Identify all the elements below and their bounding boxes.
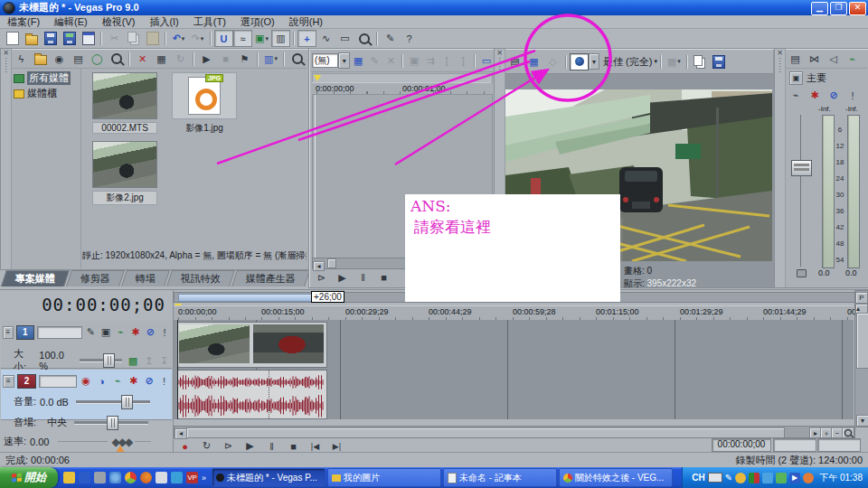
envelope-tool-icon[interactable]: ∿ bbox=[316, 30, 335, 47]
media-properties-icon[interactable]: ▦ bbox=[152, 51, 171, 68]
quick-launch-more-icon[interactable]: » bbox=[202, 474, 206, 483]
media-item-jpg1[interactable]: JPG 影像1.jpg bbox=[172, 72, 237, 135]
start-button[interactable]: 開始 bbox=[0, 467, 58, 488]
scroll-thumb[interactable] bbox=[327, 258, 336, 268]
chrome-icon[interactable] bbox=[125, 472, 137, 483]
language-indicator[interactable]: CH bbox=[692, 473, 704, 483]
zoom-tool-icon[interactable] bbox=[354, 30, 373, 47]
auto-preview-icon[interactable]: ϟ bbox=[12, 51, 31, 68]
tab-media-generators[interactable]: 媒體產生器 bbox=[231, 270, 310, 286]
pan-value[interactable]: 中央 bbox=[47, 416, 67, 429]
tray-shield-icon[interactable] bbox=[735, 473, 746, 483]
title-bar[interactable]: 未標題的 * - Vegas Pro 9.0 ▁ ❐ ✕ bbox=[0, 0, 868, 15]
project-properties-icon[interactable]: ▤ bbox=[505, 53, 524, 70]
track-name-field[interactable] bbox=[37, 326, 82, 339]
menu-edit[interactable]: 編輯(E) bbox=[47, 15, 95, 28]
normal-edit-tool-icon[interactable]: + bbox=[297, 30, 316, 47]
downmix-icon[interactable]: ⋈ bbox=[805, 51, 824, 68]
video-fx-icon[interactable]: ◇ bbox=[543, 53, 562, 70]
import-media-icon[interactable] bbox=[31, 51, 50, 68]
solo-icon[interactable]: ! bbox=[159, 324, 170, 341]
tree-item-media-bins[interactable]: 媒體櫃 bbox=[12, 86, 80, 101]
preview-quality-icon[interactable] bbox=[570, 53, 589, 70]
external-monitor-icon[interactable]: ▦ bbox=[524, 53, 543, 70]
ie-icon[interactable] bbox=[109, 472, 121, 483]
show-video-icon[interactable]: ▦ bbox=[350, 52, 366, 70]
edit-cursor[interactable] bbox=[177, 320, 178, 419]
mark-out-icon[interactable]: ] bbox=[455, 52, 471, 70]
word-icon[interactable] bbox=[79, 472, 90, 483]
audio-event[interactable] bbox=[177, 370, 327, 419]
keyboard-icon[interactable] bbox=[708, 473, 722, 483]
selection-start-box[interactable] bbox=[773, 438, 816, 452]
menu-insert[interactable]: 插入(I) bbox=[142, 15, 185, 28]
mixer-dock-strip[interactable]: ✕⋮⋮ bbox=[775, 49, 786, 287]
track-collapse-icon[interactable]: ≡ bbox=[3, 326, 14, 339]
size-slider[interactable] bbox=[80, 359, 122, 362]
master-fader[interactable] bbox=[791, 160, 812, 176]
close-button[interactable]: ✕ bbox=[849, 2, 866, 15]
quality-label-dropdown-icon[interactable]: ▾ bbox=[654, 58, 657, 65]
media-dock-strip[interactable]: ✕⋮⋮ bbox=[1, 49, 12, 269]
preview-stop-icon[interactable]: ■ bbox=[216, 51, 235, 68]
menu-help[interactable]: 說明(H) bbox=[282, 15, 330, 28]
track-fx-icon[interactable]: ⌁ bbox=[115, 324, 127, 341]
rate-value[interactable]: 0.00 bbox=[30, 436, 49, 447]
mute-icon[interactable]: ⊘ bbox=[143, 372, 156, 389]
folder-icon[interactable] bbox=[63, 472, 75, 483]
tray-update-icon[interactable] bbox=[776, 473, 787, 483]
taskbar-window-vegas[interactable]: 未標題的 * - Vegas P... bbox=[212, 468, 326, 487]
copy-icon[interactable] bbox=[124, 30, 143, 47]
pan-slider[interactable] bbox=[74, 421, 148, 425]
capture-video-icon[interactable]: ◉ bbox=[50, 51, 69, 68]
save-icon[interactable] bbox=[41, 30, 60, 47]
arm-record-icon[interactable]: ◉ bbox=[80, 372, 93, 389]
automation-icon[interactable]: ✱ bbox=[129, 324, 142, 341]
snap-icon[interactable]: U bbox=[214, 30, 233, 47]
get-media-web-icon[interactable]: ◯ bbox=[88, 51, 107, 68]
taskbar-window-pictures[interactable]: 我的圖片 bbox=[327, 468, 441, 487]
publish-icon[interactable] bbox=[60, 30, 79, 47]
save-frame-icon[interactable] bbox=[710, 53, 729, 70]
lock-fader-icon[interactable] bbox=[797, 269, 807, 277]
parent-down-icon[interactable]: ↧ bbox=[158, 352, 170, 370]
timeline-h-scrollbar[interactable]: ◂ ▸ ＋ − bbox=[174, 426, 855, 438]
timeline-v-scrollbar[interactable]: P ▴ ▾ bbox=[854, 290, 868, 427]
tab-trimmer[interactable]: 修剪器 bbox=[66, 270, 125, 286]
track-fx-icon[interactable]: ⌁ bbox=[111, 372, 125, 389]
vp-icon[interactable]: VP bbox=[186, 472, 198, 483]
open-icon[interactable] bbox=[22, 30, 41, 47]
scroll-thumb[interactable] bbox=[856, 313, 868, 369]
invert-phase-icon[interactable]: ◑ bbox=[95, 372, 108, 389]
tree-item-all-media[interactable]: 所有媒體 bbox=[12, 70, 80, 86]
tab-transitions[interactable]: 轉場 bbox=[121, 270, 170, 286]
play-from-start-button[interactable]: ⊳ bbox=[312, 269, 331, 286]
taskbar-window-notepad[interactable]: 未命名 - 記事本 bbox=[443, 468, 557, 487]
search-media-icon[interactable] bbox=[107, 51, 126, 68]
quality-dropdown-icon[interactable]: ▾ bbox=[589, 53, 599, 70]
grid-overlay-icon[interactable]: ▦▾ bbox=[665, 53, 684, 70]
refresh-icon[interactable]: ↻ bbox=[171, 51, 190, 68]
combo-dropdown-icon[interactable]: ▾ bbox=[338, 52, 350, 69]
solo-icon[interactable]: ! bbox=[844, 87, 861, 104]
properties-icon[interactable] bbox=[79, 30, 98, 47]
menu-view[interactable]: 檢視(V) bbox=[95, 15, 143, 28]
auto-ripple-icon[interactable]: ≈ bbox=[233, 30, 252, 47]
trim-edit-icon[interactable]: ✎ bbox=[366, 52, 382, 70]
paste-icon[interactable] bbox=[143, 30, 162, 47]
search-icon[interactable] bbox=[288, 51, 307, 68]
mute-icon[interactable]: ⊘ bbox=[145, 324, 157, 341]
master-fx-icon[interactable]: ✱ bbox=[807, 87, 823, 104]
media-flag-icon[interactable]: ⚑ bbox=[235, 51, 254, 68]
stop-button[interactable]: ■ bbox=[374, 269, 393, 286]
size-value[interactable]: 100.0 % bbox=[39, 350, 74, 371]
track-motion-icon[interactable]: ✎ bbox=[85, 324, 98, 341]
tray-volume-icon[interactable] bbox=[803, 473, 814, 483]
clock[interactable]: 下午 01:38 bbox=[819, 472, 863, 484]
views-icon[interactable]: ▥▾ bbox=[261, 51, 280, 68]
tray-meter-icon[interactable] bbox=[749, 473, 760, 483]
restore-button[interactable]: ❐ bbox=[830, 2, 847, 15]
scroll-down-icon[interactable]: ▾ bbox=[856, 415, 868, 427]
mark-in-icon[interactable]: [ bbox=[439, 52, 455, 70]
minimize-button[interactable]: ▁ bbox=[811, 2, 828, 15]
